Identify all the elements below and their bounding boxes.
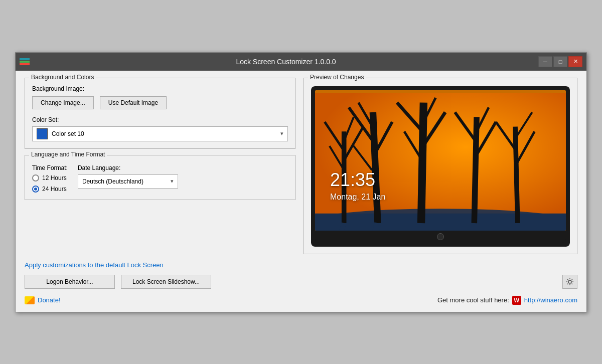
preview-bezel-bottom — [315, 231, 566, 243]
radio-12h-input[interactable] — [32, 174, 39, 181]
footer-right: Get more cool stuff here: W http://winae… — [437, 296, 577, 305]
donate-link[interactable]: Donate! — [38, 296, 61, 304]
preview-group: Preview of Changes — [304, 78, 577, 254]
bg-buttons: Change Image... Use Default Image — [32, 96, 288, 109]
svg-point-32 — [568, 280, 571, 283]
date-lang-dropdown[interactable]: Deutsch (Deutschland) ▾ — [78, 174, 178, 189]
background-group-label: Background and Colors — [29, 74, 96, 81]
home-button-icon — [437, 233, 444, 240]
language-group: Language and Time Format Time Format: 12… — [25, 155, 295, 200]
svg-rect-2 — [315, 213, 566, 230]
donate-icon — [25, 296, 35, 304]
lang-row: Time Format: 12 Hours — [32, 164, 288, 193]
time-format-label: Time Format: — [32, 164, 68, 171]
titlebar: Lock Screen Customizer 1.0.0.0 ─ □ ✕ — [16, 53, 586, 71]
background-group: Background and Colors Background Image: … — [25, 78, 295, 149]
radio-12h-item[interactable]: 12 Hours — [32, 174, 68, 181]
radio-24h-input[interactable] — [32, 186, 39, 193]
footer-left: Donate! — [25, 296, 61, 304]
svg-line-18 — [474, 117, 477, 223]
bottom-buttons-row: Logon Behavior... Lock Screen Slideshow.… — [25, 275, 577, 289]
date-lang-label: Date Language: — [78, 164, 178, 171]
use-default-button[interactable]: Use Default Image — [100, 96, 167, 109]
lock-screen-slideshow-button[interactable]: Lock Screen Slideshow... — [121, 275, 211, 289]
radio-dot — [34, 188, 37, 191]
minimize-button[interactable]: ─ — [538, 56, 552, 67]
get-more-text: Get more cool stuff here: — [437, 296, 509, 304]
radio-12h-label: 12 Hours — [42, 174, 67, 181]
logon-behavior-button[interactable]: Logon Behavior... — [25, 275, 115, 289]
restore-button[interactable]: □ — [553, 56, 567, 67]
window-title: Lock Screen Customizer 1.0.0.0 — [34, 58, 538, 66]
date-lang-col: Date Language: Deutsch (Deutschland) ▾ — [78, 164, 178, 189]
svg-line-27 — [375, 223, 378, 231]
winaero-link[interactable]: http://winaero.com — [524, 296, 577, 304]
color-swatch — [37, 128, 48, 139]
color-set-dropdown[interactable]: Color set 10 ▾ — [32, 126, 288, 141]
bg-image-label: Background Image: — [32, 85, 288, 92]
radio-24h-item[interactable]: 24 Hours — [32, 186, 68, 193]
radio-24h-label: 24 Hours — [42, 186, 67, 193]
app-icon — [20, 58, 30, 65]
svg-line-22 — [515, 126, 518, 223]
gear-icon — [566, 278, 574, 286]
close-button[interactable]: ✕ — [568, 56, 582, 67]
window-controls: ─ □ ✕ — [538, 56, 582, 67]
settings-icon-button[interactable] — [562, 275, 577, 289]
svg-line-26 — [342, 223, 344, 230]
preview-device: 21:35 Montag, 21 Jan — [311, 86, 570, 247]
panels-row: Background and Colors Background Image: … — [25, 78, 577, 254]
date-lang-value: Deutsch (Deutschland) — [82, 178, 171, 185]
preview-illustration — [315, 90, 566, 231]
radio-group: 12 Hours 24 Hours — [32, 174, 68, 193]
preview-panel: Preview of Changes — [304, 78, 577, 254]
change-image-button[interactable]: Change Image... — [32, 96, 94, 109]
dropdown-arrow-icon: ▾ — [280, 130, 283, 137]
color-set-value: Color set 10 — [52, 130, 280, 137]
color-set-label: Color Set: — [32, 116, 288, 123]
main-content: Background and Colors Background Image: … — [16, 71, 586, 312]
preview-date: Montag, 21 Jan — [330, 193, 385, 202]
apply-link[interactable]: Apply customizations to the default Lock… — [25, 261, 164, 269]
left-panels: Background and Colors Background Image: … — [25, 78, 295, 254]
preview-title: Preview of Changes — [308, 74, 366, 81]
date-lang-arrow-icon: ▾ — [171, 178, 174, 185]
main-window: Lock Screen Customizer 1.0.0.0 ─ □ ✕ Bac… — [15, 52, 587, 312]
language-group-label: Language and Time Format — [29, 151, 107, 158]
time-format-col: Time Format: 12 Hours — [32, 164, 68, 193]
preview-screen: 21:35 Montag, 21 Jan — [315, 90, 566, 231]
preview-time: 21:35 — [330, 169, 375, 191]
footer-row: Donate! Get more cool stuff here: W http… — [25, 296, 577, 305]
winaero-icon: W — [512, 296, 521, 305]
